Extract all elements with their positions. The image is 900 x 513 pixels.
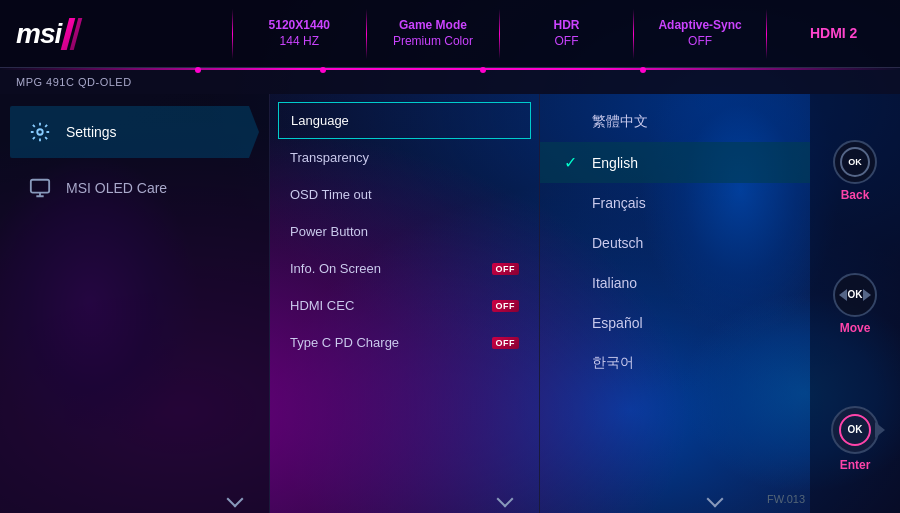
lang-item-french[interactable]: Français	[540, 183, 810, 223]
enter-label: Enter	[840, 458, 871, 472]
chevron-down-icon-2	[497, 491, 514, 508]
transparency-label: Transparency	[290, 150, 369, 165]
osd-timeout-label: OSD Time out	[290, 187, 372, 202]
divider-5	[766, 9, 767, 59]
hdr-value: OFF	[516, 34, 617, 50]
bottom-arrow-right	[370, 493, 640, 505]
move-label: Move	[840, 321, 871, 335]
lang-label-spanish: Español	[592, 315, 643, 331]
resolution-line1: 5120X1440	[249, 18, 350, 34]
monitor-icon	[26, 174, 54, 202]
center-item-power-button[interactable]: Power Button	[270, 213, 539, 250]
msi-logo: msi	[16, 18, 61, 50]
check-spanish	[564, 314, 584, 332]
chevron-down-icon-1	[227, 491, 244, 508]
hdmi-label: HDMI 2	[783, 24, 884, 42]
lang-item-chinese[interactable]: 繁體中文	[540, 102, 810, 142]
back-ok-label: OK	[848, 157, 862, 167]
check-german	[564, 234, 584, 252]
center-item-language[interactable]: Language	[278, 102, 531, 139]
adaptive-sync-item: Adaptive-Sync OFF	[650, 18, 751, 49]
lang-item-english[interactable]: ✓ English	[540, 142, 810, 183]
model-name: MPG 491C QD-OLED	[16, 76, 132, 88]
power-button-label: Power Button	[290, 224, 368, 239]
lang-item-spanish[interactable]: Español	[540, 303, 810, 343]
divider-1	[232, 9, 233, 59]
lang-label-french: Français	[592, 195, 646, 211]
check-english: ✓	[564, 153, 584, 172]
back-ok-text: OK	[840, 147, 870, 177]
bottom-arrow-center	[100, 493, 370, 505]
sidebar-item-oled-care[interactable]: MSI OLED Care	[10, 162, 259, 214]
bottom-row	[0, 493, 900, 505]
move-control[interactable]: OK Move	[833, 273, 877, 335]
check-french	[564, 194, 584, 212]
lang-label-chinese: 繁體中文	[592, 113, 648, 131]
back-label: Back	[841, 188, 870, 202]
center-item-osd-timeout[interactable]: OSD Time out	[270, 176, 539, 213]
sidebar: Settings MSI OLED Care	[0, 94, 270, 513]
lang-item-italian[interactable]: Italiano	[540, 263, 810, 303]
enter-ok-label: OK	[848, 424, 863, 435]
screen: msi 5120X1440 144 HZ Game Mode Premium C…	[0, 0, 900, 513]
divider-4	[633, 9, 634, 59]
info-on-screen-label: Info. On Screen	[290, 261, 381, 276]
center-item-transparency[interactable]: Transparency	[270, 139, 539, 176]
lang-item-german[interactable]: Deutsch	[540, 223, 810, 263]
lang-label-korean: 한국어	[592, 354, 634, 372]
enter-control[interactable]: OK Enter	[831, 406, 879, 472]
center-item-type-c-pd[interactable]: Type C PD Charge OFF	[270, 324, 539, 361]
lang-label-english: English	[592, 155, 638, 171]
center-item-info-on-screen[interactable]: Info. On Screen OFF	[270, 250, 539, 287]
adaptive-value: OFF	[650, 34, 751, 50]
accent-dot-4	[640, 67, 646, 73]
move-ok-text: OK	[848, 289, 863, 300]
svg-rect-1	[31, 180, 49, 193]
arrow-left-icon	[839, 289, 847, 301]
arrow-right-icon	[863, 289, 871, 301]
resolution-item: 5120X1440 144 HZ	[249, 18, 350, 49]
hdr-item: HDR OFF	[516, 18, 617, 49]
gamemode-item: Game Mode Premium Color	[383, 18, 484, 49]
check-italian	[564, 274, 584, 292]
check-korean	[564, 354, 584, 372]
gamemode-value: Premium Color	[383, 34, 484, 50]
gear-icon	[26, 118, 54, 146]
enter-ok-text: OK	[839, 414, 871, 446]
accent-dot-3	[480, 67, 486, 73]
accent-line	[0, 68, 900, 70]
adaptive-label: Adaptive-Sync	[650, 18, 751, 34]
logo-area: msi	[16, 18, 216, 50]
type-c-pd-badge: OFF	[492, 337, 520, 349]
chevron-down-icon-3	[707, 491, 724, 508]
lang-label-italian: Italiano	[592, 275, 637, 291]
divider-3	[499, 9, 500, 59]
back-control[interactable]: OK Back	[833, 140, 877, 202]
settings-label: Settings	[66, 124, 117, 140]
type-c-pd-label: Type C PD Charge	[290, 335, 399, 350]
language-panel: 繁體中文 ✓ English Français Deutsch Italiano	[540, 94, 810, 513]
hdmi-cec-label: HDMI CEC	[290, 298, 354, 313]
model-bar: MPG 491C QD-OLED	[0, 68, 900, 94]
center-item-hdmi-cec[interactable]: HDMI CEC OFF	[270, 287, 539, 324]
lang-item-korean[interactable]: 한국어	[540, 343, 810, 383]
main-content: Settings MSI OLED Care Language Transpar…	[0, 94, 900, 513]
move-icon: OK	[833, 273, 877, 317]
svg-point-0	[37, 129, 43, 135]
divider-2	[366, 9, 367, 59]
accent-dot-2	[320, 67, 326, 73]
sidebar-item-settings[interactable]: Settings	[10, 106, 259, 158]
oled-care-label: MSI OLED Care	[66, 180, 167, 196]
enter-arrow-icon	[875, 422, 885, 438]
top-bar: msi 5120X1440 144 HZ Game Mode Premium C…	[0, 0, 900, 68]
hdmi-cec-badge: OFF	[492, 300, 520, 312]
bottom-arrow-lang	[640, 493, 790, 505]
controls-panel: OK Back OK Move OK	[810, 94, 900, 513]
center-panel: Language Transparency OSD Time out Power…	[270, 94, 540, 513]
check-chinese	[564, 113, 584, 131]
hdmi-item: HDMI 2	[783, 24, 884, 42]
lang-label-german: Deutsch	[592, 235, 643, 251]
info-on-screen-badge: OFF	[492, 263, 520, 275]
enter-icon: OK	[831, 406, 879, 454]
hdr-label: HDR	[516, 18, 617, 34]
